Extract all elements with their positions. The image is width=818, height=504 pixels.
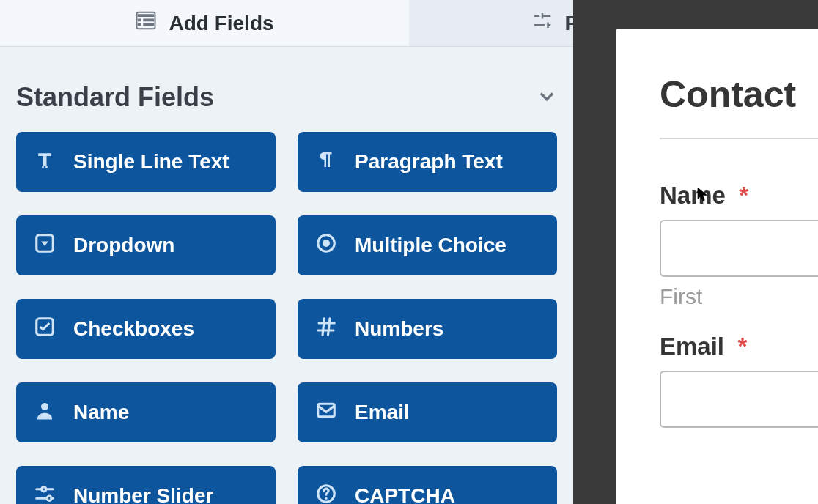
svg-point-8 xyxy=(47,496,51,500)
svg-point-7 xyxy=(42,486,46,491)
field-number-slider[interactable]: Number Slider xyxy=(16,466,276,504)
svg-point-5 xyxy=(41,403,48,410)
envelope-icon xyxy=(315,399,337,426)
field-label: Numbers xyxy=(355,317,443,341)
svg-point-3 xyxy=(323,240,330,247)
radio-icon xyxy=(315,232,337,259)
required-mark: * xyxy=(737,333,747,360)
field-dropdown[interactable]: Dropdown xyxy=(16,215,276,275)
form-list-icon xyxy=(135,10,157,37)
field-email[interactable]: Email xyxy=(298,382,557,442)
field-label: Number Slider xyxy=(73,484,213,504)
section-title: Standard Fields xyxy=(16,82,214,113)
user-icon xyxy=(34,399,56,426)
first-name-input[interactable] xyxy=(660,220,818,277)
divider xyxy=(660,138,818,139)
hash-icon xyxy=(315,316,337,343)
checkbox-icon xyxy=(34,316,56,343)
label-text: Name xyxy=(660,182,726,209)
field-label-name: Name * xyxy=(660,182,818,210)
field-label: Email xyxy=(355,401,410,424)
caret-square-icon xyxy=(34,232,56,259)
sliders-icon xyxy=(34,483,56,505)
field-label: Paragraph Text xyxy=(355,150,503,174)
field-label: Name xyxy=(73,401,129,424)
field-name[interactable]: Name xyxy=(16,382,276,442)
question-circle-icon xyxy=(315,483,337,505)
field-label-email: Email * xyxy=(660,333,818,360)
field-label: Multiple Choice xyxy=(355,234,506,257)
field-checkboxes[interactable]: Checkboxes xyxy=(16,299,276,359)
sliders-icon xyxy=(531,10,553,37)
svg-rect-6 xyxy=(318,404,335,417)
form-field-name[interactable]: Name * First xyxy=(660,182,818,309)
required-mark: * xyxy=(739,182,748,209)
field-label: Single Line Text xyxy=(73,150,229,174)
field-grid: Single Line Text Paragraph Text Dropdown… xyxy=(16,132,557,504)
label-text: Email xyxy=(660,333,724,360)
email-input[interactable] xyxy=(660,371,818,428)
field-captcha[interactable]: CAPTCHA xyxy=(298,466,557,504)
field-label: Dropdown xyxy=(73,234,174,257)
field-paragraph-text[interactable]: Paragraph Text xyxy=(298,132,557,192)
field-label: CAPTCHA xyxy=(355,484,455,504)
field-label: Checkboxes xyxy=(73,317,194,341)
tab-add-fields[interactable]: Add Fields xyxy=(0,0,409,46)
form-canvas: Contact Name * First Email * xyxy=(573,0,818,504)
tab-label: Add Fields xyxy=(169,12,273,35)
form-title: Contact xyxy=(660,73,818,116)
form-field-email[interactable]: Email * xyxy=(660,333,818,428)
form-card: Contact Name * First Email * xyxy=(616,29,818,504)
sublabel-first: First xyxy=(660,284,818,309)
chevron-down-icon xyxy=(537,86,557,109)
field-multiple-choice[interactable]: Multiple Choice xyxy=(298,215,557,275)
field-single-line-text[interactable]: Single Line Text xyxy=(16,132,276,192)
paragraph-icon xyxy=(315,149,337,176)
section-header[interactable]: Standard Fields xyxy=(16,82,557,113)
fields-sidebar: Standard Fields Single Line Text Paragra… xyxy=(0,47,573,504)
text-cursor-icon xyxy=(34,149,56,176)
svg-point-10 xyxy=(325,497,327,499)
field-numbers[interactable]: Numbers xyxy=(298,299,557,359)
